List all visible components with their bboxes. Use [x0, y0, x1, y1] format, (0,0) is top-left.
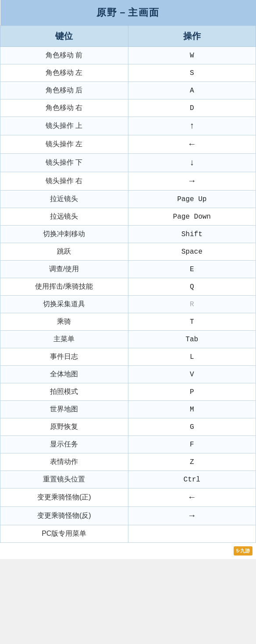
key-cell: 角色移动 后 — [0, 82, 128, 99]
key-cell: 重置镜头位置 — [0, 471, 128, 488]
action-cell: → — [128, 172, 256, 191]
key-cell: 全体地图 — [0, 366, 128, 383]
key-cell: 拉远镜头 — [0, 208, 128, 226]
table-row: 全体地图V — [0, 366, 256, 383]
action-cell: P — [128, 383, 256, 401]
table-row: 主菜单Tab — [0, 331, 256, 348]
table-row: 拉近镜头Page Up — [0, 191, 256, 208]
action-cell: V — [128, 366, 256, 383]
action-cell: A — [128, 82, 256, 99]
key-cell: 镜头操作 左 — [0, 135, 128, 154]
main-container: 原野－主画面 键位 操作 角色移动 前W角色移动 左S角色移动 后A角色移动 右… — [0, 0, 256, 559]
action-cell: Space — [128, 243, 256, 261]
table-row: 调查/使用E — [0, 261, 256, 278]
table-row: 变更乘骑怪物(反)→ — [0, 507, 256, 525]
table-row: 切换采集道具R — [0, 296, 256, 313]
table-row: 原野恢复G — [0, 418, 256, 436]
key-cell: 调查/使用 — [0, 261, 128, 278]
table-row: 切换冲刺移动Shift — [0, 226, 256, 243]
key-cell: 镜头操作 下 — [0, 154, 128, 172]
key-cell: 表情动作 — [0, 453, 128, 471]
key-cell: 镜头操作 上 — [0, 117, 128, 135]
action-cell: ← — [128, 488, 256, 507]
action-cell: ↓ — [128, 154, 256, 172]
action-cell: D — [128, 99, 256, 117]
action-cell: M — [128, 401, 256, 418]
action-cell: Page Down — [128, 208, 256, 226]
table-title: 原野－主画面 — [0, 0, 256, 26]
action-cell: Tab — [128, 331, 256, 348]
table-row: 角色移动 右D — [0, 99, 256, 117]
action-cell: E — [128, 261, 256, 278]
action-cell: Page Up — [128, 191, 256, 208]
action-cell: S — [128, 64, 256, 82]
key-cell: 拉近镜头 — [0, 191, 128, 208]
table-row: 角色移动 前W — [0, 47, 256, 64]
action-cell: → — [128, 507, 256, 525]
table-row: 拍照模式P — [0, 383, 256, 401]
table-row: 表情动作Z — [0, 453, 256, 471]
key-cell: 变更乘骑怪物(正) — [0, 488, 128, 507]
key-cell: 显示任务 — [0, 436, 128, 453]
key-cell: 使用挥击/乘骑技能 — [0, 278, 128, 296]
key-cell: 世界地图 — [0, 401, 128, 418]
table-row: 拉远镜头Page Down — [0, 208, 256, 226]
key-cell: 事件日志 — [0, 348, 128, 366]
action-cell: Ctrl — [128, 471, 256, 488]
header-action: 操作 — [128, 26, 256, 47]
key-cell: PC版专用菜单 — [0, 525, 128, 543]
footer: 5·九游 — [0, 543, 256, 559]
table-row: 事件日志L — [0, 348, 256, 366]
key-cell: 角色移动 右 — [0, 99, 128, 117]
key-cell: 变更乘骑怪物(反) — [0, 507, 128, 525]
action-cell: ↑ — [128, 117, 256, 135]
table-row: 镜头操作 右→ — [0, 172, 256, 191]
key-cell: 镜头操作 右 — [0, 172, 128, 191]
table-row: 镜头操作 上↑ — [0, 117, 256, 135]
action-cell: F — [128, 436, 256, 453]
key-cell: 乘骑 — [0, 313, 128, 331]
key-cell: 切换采集道具 — [0, 296, 128, 313]
action-cell: L — [128, 348, 256, 366]
table-row: PC版专用菜单 — [0, 525, 256, 543]
table-row: 乘骑T — [0, 313, 256, 331]
action-cell: T — [128, 313, 256, 331]
table-row: 变更乘骑怪物(正)← — [0, 488, 256, 507]
table-row: 跳跃Space — [0, 243, 256, 261]
action-cell — [128, 525, 256, 543]
table-row: 重置镜头位置Ctrl — [0, 471, 256, 488]
table-row: 镜头操作 下↓ — [0, 154, 256, 172]
table-row: 镜头操作 左← — [0, 135, 256, 154]
table-row: 使用挥击/乘骑技能Q — [0, 278, 256, 296]
key-cell: 原野恢复 — [0, 418, 128, 436]
action-cell: W — [128, 47, 256, 64]
action-cell: R — [128, 296, 256, 313]
action-cell: Q — [128, 278, 256, 296]
table-row: 角色移动 左S — [0, 64, 256, 82]
key-cell: 拍照模式 — [0, 383, 128, 401]
key-cell: 切换冲刺移动 — [0, 226, 128, 243]
action-cell: Shift — [128, 226, 256, 243]
key-cell: 主菜单 — [0, 331, 128, 348]
logo-badge: 5·九游 — [234, 546, 252, 556]
key-cell: 角色移动 左 — [0, 64, 128, 82]
action-cell: ← — [128, 135, 256, 154]
action-cell: Z — [128, 453, 256, 471]
table-row: 世界地图M — [0, 401, 256, 418]
key-cell: 角色移动 前 — [0, 47, 128, 64]
keybind-table: 原野－主画面 键位 操作 角色移动 前W角色移动 左S角色移动 后A角色移动 右… — [0, 0, 256, 543]
table-row: 角色移动 后A — [0, 82, 256, 99]
table-row: 显示任务F — [0, 436, 256, 453]
header-key: 键位 — [0, 26, 128, 47]
key-cell: 跳跃 — [0, 243, 128, 261]
action-cell: G — [128, 418, 256, 436]
